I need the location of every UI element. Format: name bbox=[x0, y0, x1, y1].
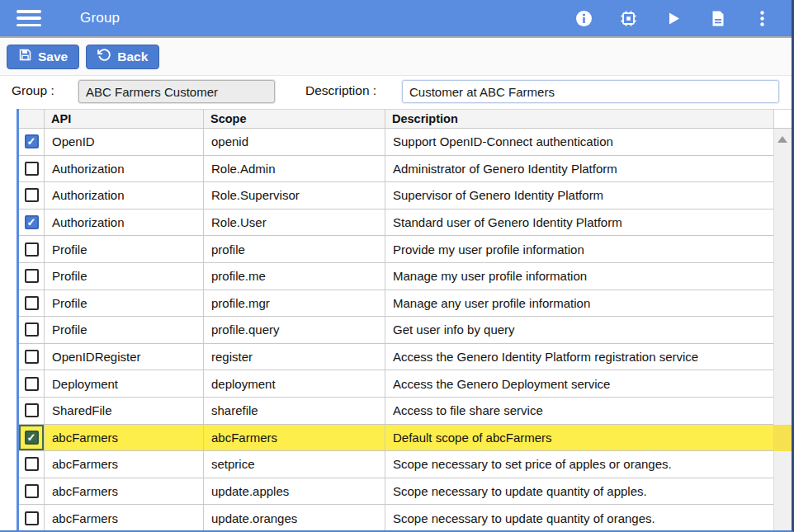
save-button-label: Save bbox=[38, 49, 68, 64]
scroll-up-arrow-icon[interactable] bbox=[777, 136, 787, 143]
app-bar: Group bbox=[0, 0, 792, 36]
group-form: Group : Description : bbox=[0, 76, 792, 109]
cell-description: Scope necessary to set price of apples o… bbox=[385, 451, 773, 478]
table-row[interactable]: Authorization Role.Admin Administrator o… bbox=[19, 156, 773, 183]
vertical-scrollbar[interactable] bbox=[773, 129, 792, 530]
row-checkbox[interactable] bbox=[25, 242, 39, 257]
back-button[interactable]: Back bbox=[86, 45, 159, 69]
table-row[interactable]: SharedFile sharefile Access to file shar… bbox=[19, 398, 773, 425]
cell-scope: Role.Admin bbox=[203, 156, 385, 182]
row-checkbox[interactable] bbox=[25, 484, 39, 498]
cell-description: Administrator of Genero Identity Platfor… bbox=[385, 156, 773, 182]
cell-scope: register bbox=[203, 344, 385, 370]
document-icon[interactable] bbox=[708, 9, 727, 28]
cell-api: abcFarmers bbox=[44, 505, 203, 530]
row-checkbox[interactable] bbox=[25, 350, 39, 364]
cell-scope: Role.Supervisor bbox=[203, 182, 385, 209]
cell-description: Scope necessary to update quantity of ap… bbox=[385, 478, 773, 505]
cell-description: Manage my user profile information bbox=[385, 263, 773, 290]
undo-icon bbox=[97, 48, 111, 65]
column-header-api: API bbox=[44, 110, 203, 128]
row-checkbox[interactable] bbox=[25, 377, 39, 391]
cell-description: Provide my user profile information bbox=[385, 236, 773, 262]
row-checkbox[interactable] bbox=[25, 162, 39, 176]
checkbox-cell: ✓ bbox=[19, 129, 44, 155]
cell-api: Authorization bbox=[44, 182, 203, 209]
back-button-label: Back bbox=[117, 49, 148, 64]
more-vertical-icon[interactable] bbox=[753, 9, 772, 28]
row-checkbox[interactable]: ✓ bbox=[25, 431, 39, 445]
cell-description: Scope necessary to update quantity of or… bbox=[385, 505, 773, 530]
page-title: Group bbox=[80, 10, 120, 26]
checkbox-cell bbox=[19, 398, 44, 424]
table-row[interactable]: Profile profile.me Manage my user profil… bbox=[19, 263, 773, 290]
group-input[interactable] bbox=[78, 80, 275, 103]
table-header-row: API Scope Description bbox=[19, 109, 792, 129]
table-row[interactable]: OpenIDRegister register Access the Gener… bbox=[19, 344, 773, 371]
row-checkbox[interactable] bbox=[25, 296, 39, 310]
toolbar: Save Back bbox=[0, 38, 792, 76]
menu-icon[interactable] bbox=[17, 10, 41, 26]
cell-scope: openid bbox=[203, 129, 385, 155]
row-checkbox[interactable] bbox=[25, 322, 39, 337]
play-icon[interactable] bbox=[664, 9, 683, 28]
cell-description: Supervisor of Genero Identity Platform bbox=[385, 182, 773, 209]
table-row[interactable]: Authorization Role.Supervisor Supervisor… bbox=[19, 182, 773, 210]
cell-api: OpenID bbox=[44, 129, 203, 155]
group-field-label: Group : bbox=[12, 83, 54, 98]
memory-chip-icon[interactable] bbox=[619, 9, 638, 28]
checkbox-cell bbox=[19, 290, 44, 317]
row-checkbox[interactable] bbox=[25, 403, 39, 417]
checkbox-cell: ✓ bbox=[19, 210, 44, 236]
table-row[interactable]: Deployment deployment Access the Genero … bbox=[19, 370, 773, 398]
cell-scope: profile.query bbox=[203, 317, 385, 343]
checkbox-cell: ✓ bbox=[19, 425, 44, 451]
row-checkbox[interactable]: ✓ bbox=[25, 134, 39, 148]
cell-scope: sharefile bbox=[203, 398, 385, 424]
cell-api: OpenIDRegister bbox=[44, 344, 203, 370]
checkbox-cell bbox=[19, 370, 44, 397]
table-row[interactable]: ✓ OpenID openid Support OpenID-Connect a… bbox=[19, 129, 773, 156]
scopes-table: API Scope Description ✓ OpenID openid Su… bbox=[17, 109, 792, 530]
checkbox-cell bbox=[19, 505, 44, 530]
row-checkbox[interactable] bbox=[25, 269, 39, 283]
table-row[interactable]: abcFarmers setprice Scope necessary to s… bbox=[19, 451, 773, 478]
checkbox-cell bbox=[19, 317, 44, 343]
checkbox-cell bbox=[19, 263, 44, 290]
group-editor-window: Group bbox=[0, 0, 794, 532]
checkbox-cell bbox=[19, 236, 44, 262]
row-checkbox[interactable] bbox=[25, 457, 39, 471]
cell-description: Access the Genero Identity Platform regi… bbox=[385, 344, 773, 370]
cell-description: Access to file share service bbox=[385, 398, 773, 424]
cell-description: Access the Genero Deployment service bbox=[385, 370, 773, 397]
row-checkbox[interactable] bbox=[25, 511, 39, 525]
table-body: ✓ OpenID openid Support OpenID-Connect a… bbox=[19, 129, 773, 530]
save-icon bbox=[18, 48, 32, 65]
cell-description: Standard user of Genero Identity Platfor… bbox=[385, 210, 773, 236]
column-header-scope: Scope bbox=[203, 110, 385, 128]
table-row[interactable]: ✓ abcFarmers abcFarmers Default scope of… bbox=[19, 425, 773, 452]
cell-description: Get user info by query bbox=[385, 317, 773, 343]
save-button[interactable]: Save bbox=[7, 45, 79, 69]
row-checkbox[interactable] bbox=[25, 188, 39, 202]
row-checkbox[interactable]: ✓ bbox=[25, 215, 39, 229]
table-row[interactable]: Profile profile.query Get user info by q… bbox=[19, 317, 773, 344]
cell-api: Authorization bbox=[44, 156, 203, 182]
cell-scope: profile.me bbox=[203, 263, 385, 290]
description-field-label: Description : bbox=[305, 83, 376, 98]
description-input[interactable] bbox=[402, 80, 779, 103]
table-row[interactable]: Profile profile Provide my user profile … bbox=[19, 236, 773, 263]
cell-api: abcFarmers bbox=[44, 451, 203, 478]
table-row[interactable]: abcFarmers update.apples Scope necessary… bbox=[19, 478, 773, 506]
app-bar-actions bbox=[574, 9, 792, 28]
table-row[interactable]: abcFarmers update.oranges Scope necessar… bbox=[19, 505, 773, 530]
table-row[interactable]: Profile profile.mgr Manage any user prof… bbox=[19, 290, 773, 318]
table-row[interactable]: ✓ Authorization Role.User Standard user … bbox=[19, 210, 773, 237]
cell-api: Deployment bbox=[44, 370, 203, 397]
cell-scope: profile bbox=[203, 236, 385, 262]
cell-api: Authorization bbox=[44, 210, 203, 236]
cell-scope: profile.mgr bbox=[203, 290, 385, 317]
info-icon[interactable] bbox=[574, 9, 593, 28]
column-header-checkbox bbox=[19, 110, 44, 128]
cell-api: abcFarmers bbox=[44, 425, 203, 451]
